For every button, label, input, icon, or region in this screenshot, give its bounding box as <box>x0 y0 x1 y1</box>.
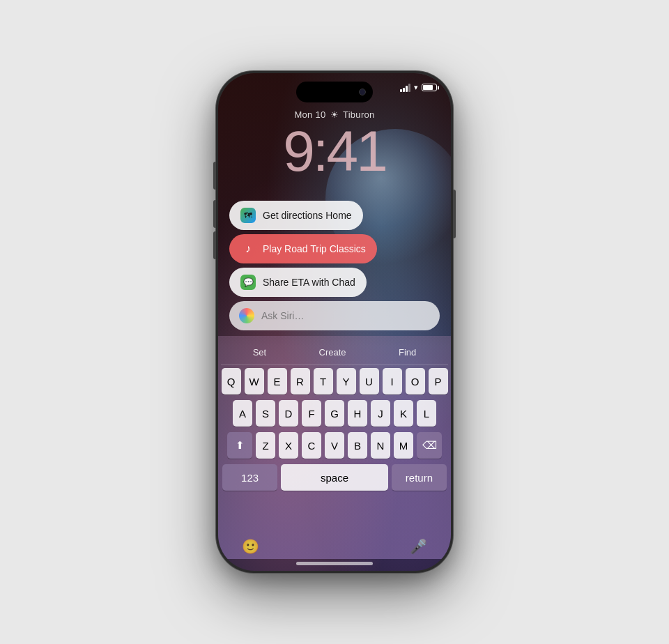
siri-input-bar[interactable]: Ask Siri… <box>229 301 440 330</box>
location-text: Tiburon <box>343 109 375 120</box>
battery-icon <box>422 84 437 91</box>
key-k[interactable]: K <box>394 400 413 427</box>
music-icon: ♪ <box>240 241 256 256</box>
keyboard-row-2: A S D F G H J K L <box>222 400 447 427</box>
key-shift[interactable]: ⬆ <box>227 432 252 459</box>
keyboard-row-3: ⬆ Z X C V B N M ⌫ <box>222 432 447 459</box>
key-x[interactable]: X <box>279 432 298 459</box>
suggestion-directions[interactable]: 🗺 Get directions Home <box>229 201 363 230</box>
wifi-icon: ▾ <box>414 83 418 92</box>
keyboard-area: Set Create Find Q W E R T Y U I <box>218 336 451 559</box>
key-q[interactable]: Q <box>222 368 241 394</box>
dictation-icon[interactable]: 🎤 <box>410 538 427 555</box>
key-n[interactable]: N <box>371 432 390 459</box>
camera-dot <box>359 89 366 95</box>
key-l[interactable]: L <box>417 400 436 427</box>
key-z[interactable]: Z <box>256 432 275 459</box>
phone-frame: ▾ Mon 10 ☀ Tiburon 9:41 <box>216 71 453 573</box>
date-text: Mon 10 <box>294 109 325 120</box>
suggestion-music-label: Play Road Trip Classics <box>263 243 366 254</box>
key-e[interactable]: E <box>268 368 287 394</box>
siri-placeholder: Ask Siri… <box>261 310 304 321</box>
key-u[interactable]: U <box>360 368 379 394</box>
key-t[interactable]: T <box>314 368 333 394</box>
suggestion-messages[interactable]: 💬 Share ETA with Chad <box>229 268 367 297</box>
phone-screen: ▾ Mon 10 ☀ Tiburon 9:41 <box>218 73 451 571</box>
signal-icon <box>400 84 410 92</box>
key-return[interactable]: return <box>392 464 447 491</box>
quick-action-find[interactable]: Find <box>392 344 423 360</box>
keyboard-row-1: Q W E R T Y U I O P <box>222 368 447 394</box>
key-b[interactable]: B <box>348 432 367 459</box>
maps-icon: 🗺 <box>240 208 256 223</box>
key-w[interactable]: W <box>245 368 264 394</box>
key-v[interactable]: V <box>325 432 344 459</box>
key-c[interactable]: C <box>302 432 321 459</box>
key-i[interactable]: I <box>383 368 402 394</box>
key-numbers[interactable]: 123 <box>222 464 277 491</box>
weather-icon: ☀ <box>330 109 339 120</box>
lock-screen: ▾ Mon 10 ☀ Tiburon 9:41 <box>218 73 451 571</box>
suggestion-directions-label: Get directions Home <box>263 210 352 221</box>
clock-display: 9:41 <box>283 123 386 180</box>
quick-actions-row: Set Create Find <box>221 340 448 365</box>
date-line: Mon 10 ☀ Tiburon <box>294 109 374 120</box>
key-s[interactable]: S <box>256 400 275 427</box>
key-a[interactable]: A <box>233 400 252 427</box>
suggestion-music[interactable]: ♪ Play Road Trip Classics <box>229 234 377 263</box>
keyboard-rows: Q W E R T Y U I O P A S <box>221 365 448 535</box>
key-m[interactable]: M <box>394 432 413 459</box>
siri-swirl-icon <box>239 308 254 323</box>
key-o[interactable]: O <box>406 368 425 394</box>
suggestions-list: 🗺 Get directions Home ♪ Play Road Trip C… <box>218 201 451 297</box>
key-f[interactable]: F <box>302 400 321 427</box>
messages-icon: 💬 <box>240 275 256 290</box>
key-g[interactable]: G <box>325 400 344 427</box>
key-r[interactable]: R <box>291 368 310 394</box>
status-icons: ▾ <box>400 83 437 92</box>
key-j[interactable]: J <box>371 400 390 427</box>
key-d[interactable]: D <box>279 400 298 427</box>
key-delete[interactable]: ⌫ <box>417 432 442 459</box>
key-space[interactable]: space <box>281 464 388 491</box>
quick-action-create[interactable]: Create <box>312 344 353 360</box>
bottom-bar: 🙂 🎤 <box>221 535 448 559</box>
emoji-icon[interactable]: 🙂 <box>242 538 259 555</box>
key-y[interactable]: Y <box>337 368 356 394</box>
key-h[interactable]: H <box>348 400 367 427</box>
suggestion-messages-label: Share ETA with Chad <box>263 277 355 288</box>
home-indicator[interactable] <box>296 562 373 565</box>
quick-action-set[interactable]: Set <box>246 344 274 360</box>
key-p[interactable]: P <box>429 368 448 394</box>
keyboard-row-4: 123 space return <box>222 464 447 491</box>
dynamic-island <box>296 82 373 102</box>
